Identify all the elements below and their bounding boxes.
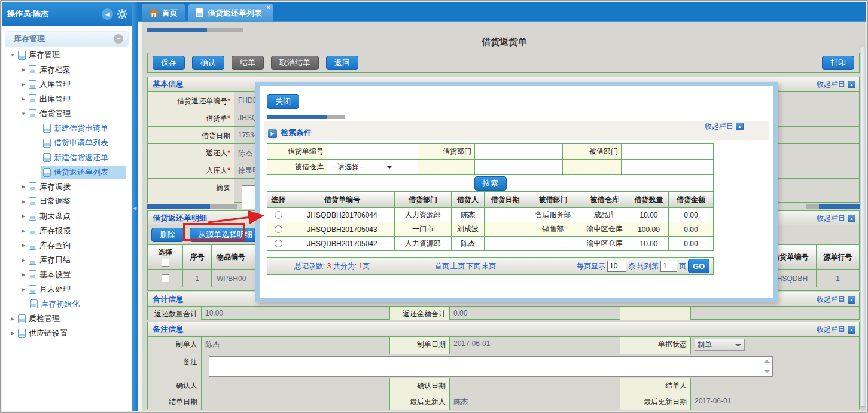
next-page-link[interactable]: 下页 — [466, 262, 480, 270]
tree-item-daily-close[interactable]: ▶库存日结 — [1, 253, 132, 268]
collapsed-arrow-icon[interactable]: ▶ — [20, 213, 26, 219]
last-page-link[interactable]: 末页 — [482, 262, 496, 270]
expanded-arrow-icon[interactable]: ▼ — [10, 53, 16, 58]
confirmer-value — [202, 378, 390, 394]
gear-icon[interactable] — [117, 9, 127, 19]
collapsed-arrow-icon[interactable]: ▶ — [20, 258, 26, 263]
splitter-collapse-icon[interactable]: ◀ — [133, 206, 136, 211]
order-no-input[interactable] — [327, 144, 418, 159]
textarea-scrollbar[interactable] — [763, 358, 771, 375]
borrow-dept-input[interactable] — [475, 144, 563, 159]
collapsed-arrow-icon[interactable]: ▶ — [20, 243, 26, 248]
scroll-up-icon — [764, 357, 770, 363]
totals-row: 返还数量合计 10.00 返还金额合计 0.00 — [148, 307, 859, 320]
collapse-section-control[interactable]: 收起栏目▲ — [817, 325, 855, 335]
collapse-up-icon[interactable]: ▲ — [848, 296, 855, 304]
collapsed-arrow-icon[interactable]: ▶ — [20, 228, 26, 234]
collapsed-arrow-icon[interactable]: ▶ — [20, 67, 26, 72]
note-textarea[interactable] — [209, 356, 773, 377]
source-order-picker-dialog: 关闭 ▶ 检索条件 收起栏目▲ 借货单编号 借货部门 被借部门 被借仓库 --请… — [255, 82, 778, 302]
tree-item-supply-chain-settings[interactable]: ▶供应链设置 — [1, 326, 132, 341]
lent-dept-input[interactable] — [622, 144, 713, 159]
cancel-close-order-button[interactable]: 取消结单 — [271, 56, 319, 70]
tree-item-inventory-query[interactable]: ▶库存查询 — [1, 238, 132, 253]
prev-page-link[interactable]: 上页 — [450, 262, 465, 270]
collapse-up-icon[interactable]: ▲ — [848, 326, 855, 334]
close-order-button[interactable]: 结单 — [232, 56, 264, 70]
tab-home[interactable]: 首页 — [142, 4, 185, 22]
tree-item-inventory-loss[interactable]: ▶库存报损 — [1, 224, 132, 238]
tree-item-borrow-mgmt[interactable]: ▼借货管理 — [1, 106, 132, 121]
collapsed-arrow-icon[interactable]: ▶ — [10, 316, 16, 322]
closer-value — [691, 378, 859, 394]
tab-borrow-return-list[interactable]: 借货返还单列表 × — [188, 4, 273, 22]
per-page-input[interactable] — [607, 261, 626, 272]
nav-tree: ▼库存管理 ▶库存档案 ▶入库管理 ▶出库管理 ▼借货管理 新建借货申请单 借货… — [1, 48, 132, 341]
results-header: 选择 借货单编号 借货部门 借货人 借货日期 被借部门 被借仓库 借货数量 借货… — [267, 192, 713, 207]
go-button[interactable]: GO — [688, 259, 709, 273]
tree-item-new-borrow-return[interactable]: 新建借货返还单 — [1, 151, 132, 166]
first-page-link[interactable]: 首页 — [435, 262, 449, 270]
collapse-section-control[interactable]: 收起栏目▲ — [817, 295, 855, 305]
tree-item-inventory-init[interactable]: 库存初始化 — [1, 297, 132, 312]
tree-item-outbound-mgmt[interactable]: ▶出库管理 — [1, 92, 132, 107]
tree-item-inventory-mgmt[interactable]: ▼库存管理 — [1, 48, 132, 63]
tree-item-period-count[interactable]: ▶期末盘点 — [1, 209, 132, 224]
collapsed-arrow-icon[interactable]: ▶ — [20, 96, 26, 102]
tree-item-qc-mgmt[interactable]: ▶质检管理 — [1, 311, 132, 326]
status-select[interactable]: 制单 — [695, 339, 745, 351]
collapse-up-icon[interactable]: ▲ — [848, 81, 855, 88]
row-radio[interactable] — [275, 240, 282, 247]
tree-item-borrow-request-list[interactable]: 借货申请单列表 — [1, 136, 132, 151]
collapse-section-control[interactable]: 收起栏目▲ — [817, 213, 855, 224]
panel-collapse-icon[interactable]: − — [114, 34, 123, 44]
confirm-button[interactable]: 确认 — [192, 56, 224, 70]
collapsed-arrow-icon[interactable]: ▶ — [20, 287, 26, 292]
sidebar-panel-header[interactable]: 库存管理 − — [5, 31, 129, 47]
tree-item-basic-settings[interactable]: ▶基本设置 — [1, 268, 132, 283]
collapse-section-control[interactable]: 收起栏目▲ — [705, 121, 744, 131]
delete-button[interactable]: 删除 — [151, 228, 184, 242]
doc-icon — [196, 8, 203, 17]
tree-item-inventory-archive[interactable]: ▶库存档案 — [1, 63, 132, 78]
collapsed-arrow-icon[interactable]: ▶ — [20, 184, 26, 189]
collapsed-arrow-icon[interactable]: ▶ — [20, 272, 26, 277]
collapse-up-icon[interactable]: ▲ — [848, 215, 855, 222]
collapsed-arrow-icon[interactable]: ▶ — [20, 199, 26, 204]
select-all-checkbox[interactable] — [162, 259, 169, 267]
separator-bar — [806, 204, 860, 209]
sidebar-splitter[interactable]: ◀ — [132, 1, 138, 412]
expanded-arrow-icon[interactable]: ▼ — [20, 111, 26, 117]
print-button[interactable]: 打印 — [822, 56, 854, 70]
collapsed-arrow-icon[interactable]: ▶ — [10, 331, 16, 336]
vertical-scrollbar[interactable] — [860, 44, 867, 412]
back-button[interactable]: 返回 — [326, 56, 358, 70]
save-button[interactable]: 保存 — [153, 56, 185, 70]
page-title: 借货返货单 — [142, 36, 867, 48]
tree-item-daily-adjust[interactable]: ▶日常调整 — [1, 194, 132, 209]
lent-warehouse-select[interactable]: --请选择-- — [330, 161, 395, 173]
row-radio[interactable] — [275, 211, 282, 219]
tree-item-month-end[interactable]: ▶月末处理 — [1, 282, 132, 297]
section-arrow-icon: ▶ — [268, 129, 277, 138]
tree-item-inventory-transfer[interactable]: ▶库存调拨 — [1, 180, 132, 195]
search-button[interactable]: 搜索 — [474, 176, 507, 191]
tree-item-new-borrow-request[interactable]: 新建借货申请单 — [1, 121, 132, 136]
scroll-down-icon — [764, 370, 770, 376]
collapse-back-icon[interactable]: ◀ — [102, 8, 113, 20]
make-date-value: 2017-06-01 — [450, 337, 620, 354]
close-dialog-button[interactable]: 关闭 — [267, 94, 299, 109]
collapsed-arrow-icon[interactable]: ▶ — [20, 82, 26, 87]
tree-item-inbound-mgmt[interactable]: ▶入库管理 — [1, 77, 132, 92]
goto-page-input[interactable] — [660, 261, 677, 272]
results-table: 选择 借货单编号 借货部门 借货人 借货日期 被借部门 被借仓库 借货数量 借货… — [267, 191, 714, 251]
row-checkbox[interactable] — [162, 274, 169, 282]
close-tab-icon[interactable]: × — [267, 4, 270, 11]
collapse-up-icon[interactable]: ▲ — [736, 123, 744, 130]
result-row: JHSQDBH201705043 一门市 刘成波 销售部 渝中区仓库 100.0… — [267, 222, 713, 236]
collapse-section-control[interactable]: 收起栏目▲ — [817, 79, 855, 90]
scrollbar-thumb[interactable] — [861, 47, 866, 407]
tree-item-borrow-return-list[interactable]: 借货返还单列表 — [1, 165, 132, 180]
row-radio[interactable] — [275, 225, 282, 233]
doc-icon — [29, 212, 36, 221]
